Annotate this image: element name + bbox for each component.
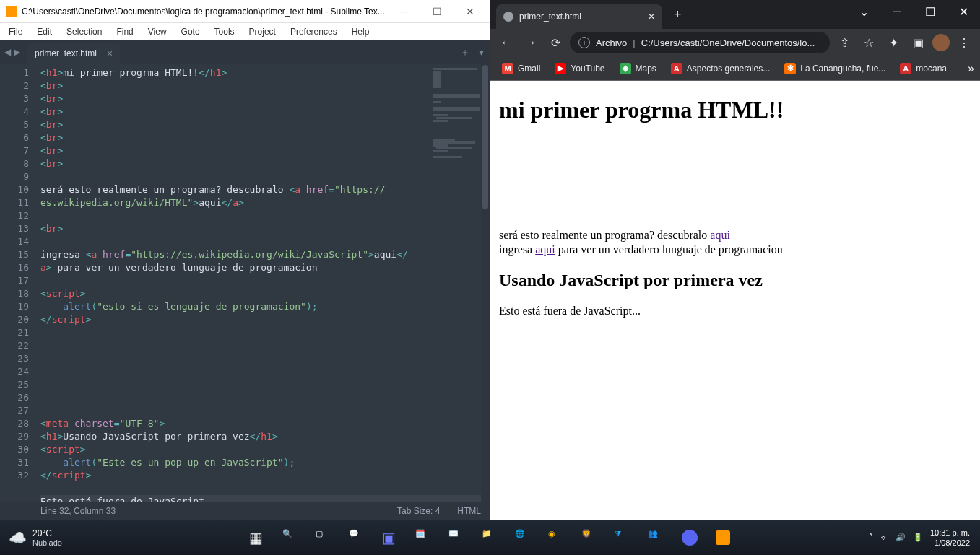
tab-prev-icon[interactable]: ◀ [3,47,12,57]
task-view-icon[interactable]: ▢ [310,523,339,552]
windows-taskbar: ☁️ 20°C Nublado ▦ 🔍 ▢ 💬 ▣ 🗓️ ✉️ 📁 🌐 ◉ 🦁 … [0,520,980,555]
extensions-icon[interactable]: ✦ [883,32,903,53]
text: ingresa [499,243,535,255]
edge-icon[interactable]: 🌐 [509,523,538,552]
explorer-icon[interactable]: 📁 [476,523,505,552]
mail-icon[interactable]: ✉️ [443,523,472,552]
menu-help[interactable]: Help [346,25,376,38]
minimap[interactable] [432,66,482,160]
kebab-menu-icon[interactable]: ⋮ [954,32,974,53]
bookmark-favicon-icon: M [502,63,513,74]
link-aqui-2[interactable]: aqui [535,243,555,255]
bookmark-item[interactable]: ✻La Canangucha, fue... [779,60,891,77]
chrome-dropdown-icon[interactable]: ⌄ [847,0,880,23]
bookmarks-bar: MGmail▶YouTube◈MapsAAspectos generales..… [490,56,980,81]
bookmark-item[interactable]: Amocana [894,60,953,77]
brave-icon[interactable]: 🦁 [576,523,604,552]
bookmark-favicon-icon: ▶ [555,63,566,74]
menu-goto[interactable]: Goto [175,25,206,38]
menu-selection[interactable]: Selection [61,25,108,38]
tab-menu-icon[interactable]: ▾ [479,46,484,58]
menu-project[interactable]: Project [243,25,282,38]
bookmark-favicon-icon: ✻ [784,63,796,74]
bookmark-item[interactable]: ◈Maps [614,60,662,77]
discord-icon[interactable] [675,523,704,552]
weather-desc: Nublado [32,538,62,547]
bookmark-favicon-icon: ◈ [620,63,631,74]
bookmark-favicon-icon: A [671,63,682,74]
bookmarks-overflow-icon[interactable]: » [968,62,974,75]
reload-button[interactable]: ⟳ [545,32,565,53]
tab-next-icon[interactable]: ▶ [12,47,22,57]
bookmark-label: mocana [916,64,947,74]
minimize-button[interactable]: ─ [387,1,420,22]
clock-time: 10:31 p. m. [930,528,970,538]
bookmark-item[interactable]: AAspectos generales... [665,60,776,77]
sublime-taskbar-icon[interactable] [708,523,737,552]
tab-close-icon[interactable]: × [107,48,113,59]
taskbar-weather[interactable]: ☁️ 20°C Nublado [0,528,71,547]
new-tab-button[interactable]: + [665,7,690,22]
bookmark-star-icon[interactable]: ☆ [859,32,879,53]
vscode-icon[interactable]: ⧩ [609,523,638,552]
widgets-icon[interactable]: 🗓️ [409,523,438,552]
menu-find[interactable]: Find [110,25,139,38]
menu-edit[interactable]: Edit [31,25,58,38]
site-info-icon[interactable]: i [578,37,590,48]
code-editor[interactable]: <h1>mi primer progrma HTML!!</h1><br><br… [36,64,490,502]
page-paragraph: ingresa aqui para ver un verdadero lungu… [499,243,971,256]
teams-icon[interactable]: 👥 [642,523,671,552]
bookmark-item[interactable]: ▶YouTube [549,60,610,77]
new-tab-icon[interactable]: ＋ [460,46,470,58]
status-cursor-pos[interactable]: Line 32, Column 33 [40,506,116,516]
minimize-button[interactable]: ─ [880,0,914,23]
menu-tools[interactable]: Tools [209,25,240,38]
page-h1: mi primer progrma HTML!! [499,97,971,123]
favicon-icon [503,12,513,22]
side-panel-icon[interactable]: ▣ [908,32,928,53]
close-button[interactable]: ✕ [454,1,487,22]
close-button[interactable]: ✕ [947,0,980,23]
chat-icon[interactable]: 💬 [343,523,372,552]
battery-icon[interactable]: 🔋 [913,533,923,542]
text: para ver un verdadero lunguaje de progra… [555,243,783,255]
bookmark-label: Gmail [518,64,540,74]
link-aqui-1[interactable]: aqui [710,229,730,241]
search-icon[interactable]: 🔍 [277,523,305,552]
scrollbar-thumb[interactable] [482,65,488,209]
app-icon[interactable]: ▣ [376,523,405,552]
menu-preferences[interactable]: Preferences [285,25,343,38]
bookmark-item[interactable]: MGmail [496,60,546,77]
editor-scrollbar[interactable] [481,64,490,502]
menu-file[interactable]: File [3,25,28,38]
sublime-titlebar[interactable]: C:\Users\casti\OneDrive\Documentos\logic… [0,0,490,23]
status-syntax[interactable]: HTML [457,506,481,516]
tab-close-icon[interactable]: ✕ [648,12,655,22]
back-button[interactable]: ← [496,32,516,53]
line-number-gutter: 1234567891011121314151617181920212223242… [0,64,36,502]
text: será esto realmente un programa? descubr… [499,229,710,241]
maximize-button[interactable]: ☐ [420,1,454,22]
taskbar-clock[interactable]: 10:31 p. m. 1/08/2022 [930,528,970,548]
forward-button[interactable]: → [521,32,541,53]
sublime-file-tab[interactable]: primer_text.html × [27,43,120,64]
start-button[interactable]: ▦ [243,523,272,552]
status-panel-icon[interactable] [9,507,17,515]
volume-icon[interactable]: 🔊 [896,533,906,542]
profile-avatar[interactable] [932,34,950,51]
menu-view[interactable]: View [142,25,173,38]
maximize-button[interactable]: ☐ [914,0,947,23]
wifi-icon[interactable]: ᯤ [880,533,888,542]
taskbar-tray: ˄ ᯤ 🔊 🔋 10:31 p. m. 1/08/2022 [859,528,980,548]
chrome-tab[interactable]: primer_text.html ✕ [496,4,662,29]
address-bar[interactable]: i Archivo | C:/Users/casti/OneDrive/Docu… [570,32,830,53]
omni-label: Archivo [596,38,627,48]
status-tab-size[interactable]: Tab Size: 4 [397,506,440,516]
share-button[interactable]: ⇪ [834,32,854,53]
chrome-toolbar: ← → ⟳ i Archivo | C:/Users/casti/OneDriv… [490,29,980,56]
chrome-tabbar: primer_text.html ✕ + ⌄ ─ ☐ ✕ [490,0,980,29]
tray-chevron-icon[interactable]: ˄ [869,533,873,542]
weather-temp: 20°C [32,528,62,538]
chrome-icon[interactable]: ◉ [542,523,571,552]
chrome-window: primer_text.html ✕ + ⌄ ─ ☐ ✕ ← → ⟳ i Arc… [490,0,980,520]
